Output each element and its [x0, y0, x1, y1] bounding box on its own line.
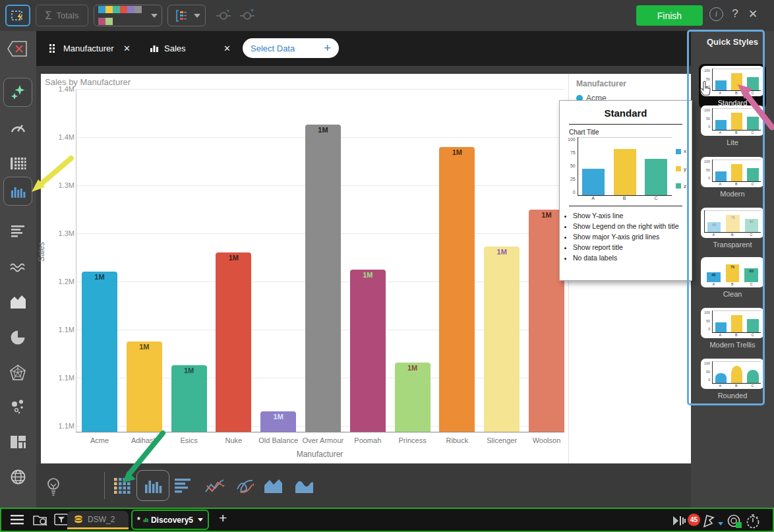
divider — [569, 206, 682, 206]
bar-nuke[interactable]: 1M — [216, 252, 251, 432]
quick-style-clean[interactable]: 457660ABCClean — [701, 257, 764, 298]
lasso-select-icon[interactable] — [215, 8, 232, 25]
quick-style-modern-trellis[interactable]: 100500ABCModern Trellis — [701, 308, 764, 349]
bubble-chart-icon[interactable] — [9, 398, 27, 416]
search-folder-icon[interactable] — [33, 514, 49, 529]
chip-manufacturer[interactable]: Manufacturer ✕ — [41, 38, 138, 58]
bar-old-balance[interactable]: 1M — [260, 411, 296, 432]
y-axis-title: Sales — [37, 242, 46, 262]
feature-item: No data labels — [573, 254, 689, 262]
x-axis-tick: Old Balance — [256, 436, 300, 444]
select-data-chip[interactable]: Select Data + — [243, 38, 339, 58]
quick-styles-panel: Quick Styles 100500ABCStandard100500ABCL… — [691, 31, 774, 508]
menu-icon[interactable] — [11, 514, 25, 528]
palette-swatch — [105, 6, 113, 13]
notification-badge[interactable]: 45 — [688, 514, 700, 526]
mini-bar — [614, 149, 636, 195]
smooth-area-chart-icon[interactable] — [294, 476, 314, 496]
thumb-mini-chart: 100500ABC — [704, 361, 761, 388]
area-chart-icon[interactable] — [9, 293, 27, 311]
top-toolbar: Σ Totals — [0, 0, 774, 32]
suggestions-lightbulb-icon[interactable] — [44, 476, 63, 496]
horizontal-bar-chart-icon[interactable] — [173, 476, 193, 496]
gauge-chart-icon[interactable] — [9, 119, 27, 137]
tab-dsw2[interactable]: DSW_2 — [67, 511, 129, 529]
grid-view-icon[interactable] — [113, 476, 133, 496]
style-thumbnail: 457660ABC — [701, 208, 764, 238]
help-icon[interactable]: ? — [727, 7, 743, 20]
quick-style-modern[interactable]: 100500ABCModern — [701, 157, 764, 198]
mini-body: 457660ABC — [704, 260, 761, 286]
bar-esics[interactable]: 1M — [171, 365, 207, 432]
bar-chart-icon[interactable] — [9, 183, 27, 200]
radar-chart-icon[interactable] — [9, 364, 27, 382]
chip-close-icon[interactable]: ✕ — [223, 44, 231, 53]
palette-dropdown[interactable] — [94, 5, 162, 26]
totals-button[interactable]: Σ Totals — [36, 5, 88, 26]
y-axis-tick: 1.4M — [44, 133, 74, 141]
x-axis-tick: Adihash — [123, 436, 166, 444]
palette-swatch — [127, 6, 134, 13]
curve-chart-type-icon[interactable] — [235, 476, 254, 496]
bar-slicenger[interactable]: 1M — [484, 247, 520, 432]
mini-bar: 45 — [707, 272, 721, 282]
quick-style-lite[interactable]: 100500ABCLite — [701, 105, 764, 146]
mini-plot — [712, 108, 761, 131]
chip-label: Manufacturer — [63, 44, 114, 53]
x-axis-tick: Ribuck — [435, 436, 479, 444]
vertical-bar-chart-icon[interactable] — [143, 476, 163, 496]
mini-bar: 76 — [726, 264, 740, 282]
chip-label: Sales — [164, 44, 186, 53]
treemap-icon[interactable] — [9, 433, 27, 451]
sort-funnel-icon[interactable] — [672, 514, 688, 531]
info-icon[interactable]: i — [709, 7, 725, 21]
lasso-deselect-icon[interactable] — [239, 8, 256, 25]
data-grid-icon[interactable] — [9, 154, 27, 172]
new-tab-button[interactable]: + — [219, 510, 227, 526]
auto-style-button[interactable] — [5, 5, 30, 26]
feature-item: Show major Y-axis grid lines — [573, 233, 689, 241]
application-window: Σ Totals — [0, 0, 774, 532]
clear-visualization-icon[interactable] — [7, 39, 29, 61]
mini-bar — [747, 117, 758, 130]
mini-bar: 76 — [726, 215, 739, 232]
palette-swatch — [105, 18, 113, 25]
bar-acme[interactable]: 1M — [82, 272, 117, 432]
recommended-sparkles-icon[interactable] — [9, 84, 27, 102]
chevron-down-icon — [194, 14, 200, 18]
line-chart-type-icon[interactable] — [204, 476, 223, 496]
y-axis-tick: 1.1M — [44, 326, 74, 334]
bar-adihash[interactable]: 1M — [127, 341, 162, 432]
thumb-mini-chart: 457660ABC — [704, 210, 761, 237]
pie-chart-icon[interactable] — [9, 329, 27, 347]
hbar-chart-icon[interactable] — [9, 223, 27, 241]
tab-discovery5[interactable]: * Discovery5 — [131, 510, 209, 530]
mini-bar: 60 — [745, 219, 758, 232]
chevron-down-icon[interactable] — [717, 517, 724, 529]
quick-style-transparent[interactable]: 457660ABCTransparent — [701, 208, 764, 249]
chip-close-icon[interactable]: ✕ — [123, 44, 131, 53]
bar-princess[interactable]: 1M — [395, 363, 431, 432]
line-chart-icon[interactable] — [9, 258, 27, 276]
palette-swatch — [98, 18, 105, 25]
quick-style-rounded[interactable]: 100500ABCRounded — [701, 359, 764, 399]
area-chart-type-icon[interactable] — [263, 476, 283, 496]
mini-categories: ABC — [712, 182, 761, 186]
chip-sales[interactable]: Sales ✕ — [142, 38, 239, 58]
timer-icon[interactable] — [745, 514, 761, 532]
add-data-icon[interactable]: + — [324, 41, 331, 55]
status-target-icon[interactable] — [727, 514, 744, 532]
style-name-label: Lite — [701, 138, 764, 146]
flag-icon[interactable] — [701, 514, 716, 531]
x-axis-tick: Nuke — [212, 436, 255, 444]
bar-poomah[interactable]: 1M — [350, 270, 386, 432]
sort-format-dropdown[interactable] — [167, 5, 206, 26]
finish-button[interactable]: Finish — [636, 5, 703, 26]
toolbar-divider — [104, 472, 105, 499]
y-axis-tick: 1.4M — [44, 85, 74, 93]
close-icon[interactable]: ✕ — [745, 7, 761, 21]
map-globe-icon[interactable] — [9, 468, 27, 486]
style-thumbnail: 457660ABC — [701, 257, 764, 287]
bar-over-armour[interactable]: 1M — [305, 125, 341, 432]
bar-ribuck[interactable]: 1M — [439, 147, 475, 432]
